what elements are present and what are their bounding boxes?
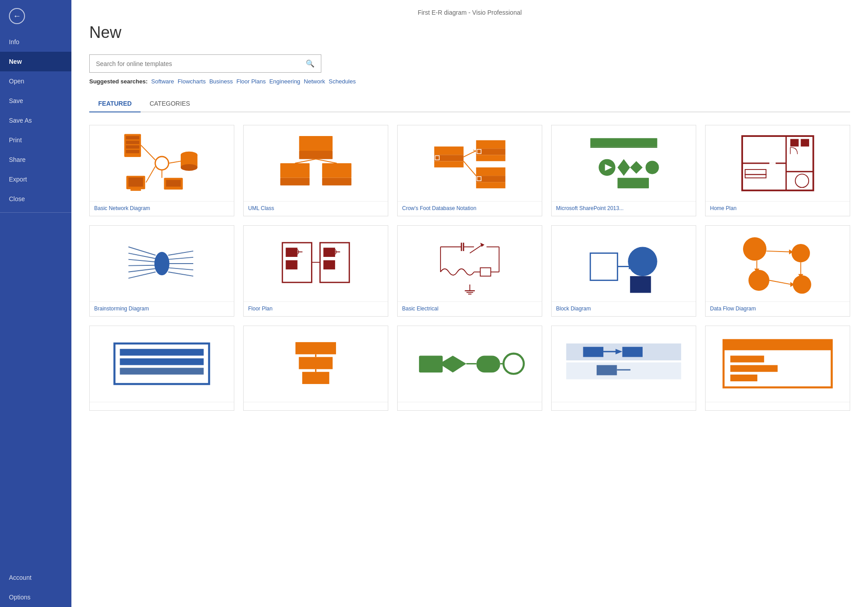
tab-featured[interactable]: FEATURED (89, 95, 141, 112)
template-crows-foot[interactable]: Crow's Foot Database Notation (397, 125, 542, 216)
template-uml-class[interactable]: UML Class (243, 125, 388, 216)
template-brainstorming[interactable]: Brainstorming Diagram (89, 225, 234, 317)
svg-line-39 (463, 161, 476, 176)
template-thumb-more (706, 326, 850, 402)
svg-rect-132 (566, 363, 681, 380)
template-sdl[interactable] (243, 326, 388, 411)
template-thumb-rack (90, 326, 234, 402)
search-icon: 🔍 (306, 60, 315, 67)
suggested-searches: Suggested searches: Software Flowcharts … (89, 78, 850, 85)
suggested-schedules[interactable]: Schedules (329, 78, 356, 85)
svg-rect-119 (295, 343, 336, 355)
svg-line-64 (168, 251, 193, 255)
template-thumb-basic-network (90, 125, 234, 201)
svg-rect-28 (434, 161, 464, 167)
svg-point-103 (743, 237, 767, 261)
svg-rect-13 (166, 180, 181, 187)
svg-rect-141 (730, 356, 764, 363)
template-basic-network[interactable]: Basic Network Diagram (89, 125, 234, 216)
svg-line-69 (129, 265, 156, 266)
template-name-sharepoint: Microsoft SharePoint 2013... (552, 201, 696, 216)
svg-rect-56 (801, 139, 809, 147)
sidebar-item-new[interactable]: New (0, 52, 71, 71)
template-thumb-brainstorming (90, 226, 234, 301)
template-data-flow[interactable]: Data Flow Diagram (705, 225, 850, 317)
sidebar-item-account[interactable]: Account (0, 568, 71, 587)
svg-point-72 (154, 252, 170, 276)
sidebar-divider (0, 212, 71, 213)
template-name-flowchart (398, 402, 542, 410)
back-button[interactable]: ← (9, 8, 25, 24)
svg-point-104 (791, 244, 810, 262)
svg-rect-26 (434, 147, 464, 155)
svg-rect-133 (583, 347, 603, 357)
svg-rect-36 (476, 182, 506, 188)
svg-rect-121 (302, 372, 329, 384)
sidebar-item-print[interactable]: Print (0, 130, 71, 150)
template-tabs: FEATURED CATEGORIES (89, 95, 850, 112)
template-name-cross-functional (552, 402, 696, 410)
suggested-software[interactable]: Software (151, 78, 174, 85)
search-box: 🔍 (89, 54, 321, 73)
sidebar-item-export[interactable]: Export (0, 169, 71, 189)
template-flowchart[interactable] (397, 326, 542, 411)
template-floor-plan[interactable]: Floor Plan (243, 225, 388, 317)
sidebar-item-open[interactable]: Open (0, 71, 71, 91)
template-name-floor-plan: Floor Plan (244, 301, 388, 316)
svg-rect-78 (323, 248, 335, 257)
svg-rect-140 (723, 340, 831, 351)
sidebar-item-options[interactable]: Options (0, 587, 71, 607)
template-thumb-basic-electrical (398, 226, 542, 301)
suggested-network[interactable]: Network (304, 78, 325, 85)
sidebar-item-save-as[interactable]: Save As (0, 111, 71, 130)
svg-rect-137 (597, 365, 617, 376)
template-name-basic-electrical: Basic Electrical (398, 301, 542, 316)
sidebar-item-share[interactable]: Share (0, 150, 71, 169)
template-block-diagram[interactable]: Block Diagram (551, 225, 696, 317)
tab-categories[interactable]: CATEGORIES (141, 95, 199, 112)
template-thumb-cross-functional (552, 326, 696, 402)
svg-point-8 (181, 164, 198, 171)
suggested-flowcharts[interactable]: Flowcharts (178, 78, 206, 85)
template-basic-electrical[interactable]: Basic Electrical (397, 225, 542, 317)
main-content: First E-R diagram - Visio Professional N… (71, 0, 868, 607)
suggested-floor-plans[interactable]: Floor Plans (237, 78, 266, 85)
suggested-business[interactable]: Business (209, 78, 233, 85)
template-name-brainstorming: Brainstorming Diagram (90, 301, 234, 316)
svg-point-5 (155, 157, 169, 170)
svg-point-57 (795, 174, 809, 187)
template-thumb-home-plan (706, 125, 850, 201)
template-cross-functional[interactable] (551, 326, 696, 411)
svg-rect-23 (322, 178, 352, 186)
svg-rect-49 (617, 178, 648, 188)
svg-line-17 (146, 167, 155, 183)
svg-rect-10 (129, 178, 143, 187)
svg-rect-32 (476, 155, 506, 161)
sidebar-item-close[interactable]: Close (0, 189, 71, 209)
svg-rect-2 (126, 140, 139, 144)
svg-rect-116 (120, 349, 204, 356)
svg-line-111 (769, 281, 792, 285)
svg-marker-47 (630, 161, 643, 173)
svg-rect-118 (120, 368, 204, 375)
template-sharepoint[interactable]: Microsoft SharePoint 2013... (551, 125, 696, 216)
svg-rect-89 (480, 268, 490, 276)
svg-line-67 (168, 268, 193, 270)
svg-line-25 (316, 159, 337, 163)
svg-rect-22 (322, 163, 352, 178)
search-button[interactable]: 🔍 (299, 55, 321, 72)
svg-rect-136 (622, 347, 642, 357)
template-rack[interactable] (89, 326, 234, 411)
sidebar-item-info[interactable]: Info (0, 32, 71, 52)
suggested-engineering[interactable]: Engineering (269, 78, 300, 85)
svg-point-127 (503, 354, 523, 374)
svg-rect-74 (286, 248, 297, 257)
template-grid-row2: Brainstorming Diagram (89, 225, 850, 317)
svg-line-24 (295, 159, 316, 163)
search-input[interactable] (90, 56, 299, 72)
svg-rect-58 (745, 169, 766, 174)
svg-line-86 (470, 245, 482, 253)
template-home-plan[interactable]: Home Plan (705, 125, 850, 216)
template-more[interactable] (705, 326, 850, 411)
sidebar-item-save[interactable]: Save (0, 91, 71, 111)
